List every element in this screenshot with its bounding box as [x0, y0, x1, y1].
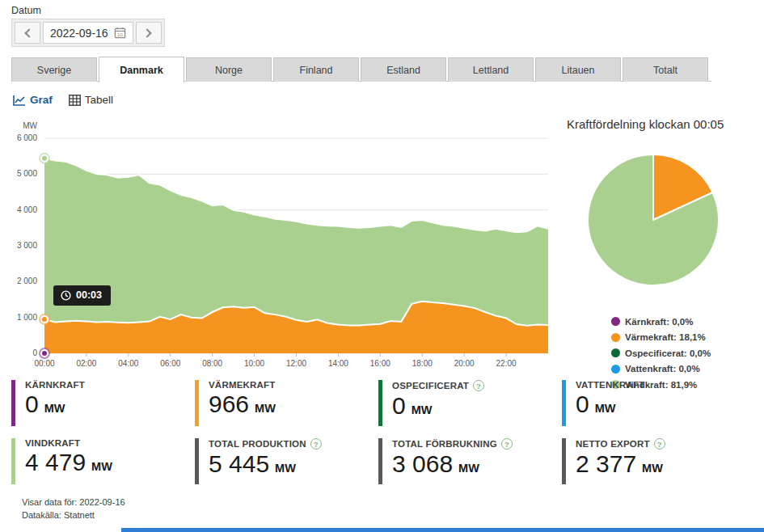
svg-text:18:00: 18:00	[412, 359, 433, 368]
line-chart-icon	[13, 95, 26, 106]
card-unit: MW	[255, 402, 276, 415]
pie-chart-block: Kraftfördelning klockan 00:05 Kärnkraft:…	[558, 117, 762, 393]
svg-text:22:00: 22:00	[496, 359, 517, 368]
date-input[interactable]: 2022-09-16 10	[43, 22, 133, 44]
card-vattenkraft: VATTENKRAFT? 0MW	[562, 378, 745, 437]
card-label: VINDKRAFT	[25, 438, 80, 448]
svg-text:00:00: 00:00	[34, 359, 54, 368]
svg-text:6 000: 6 000	[17, 133, 37, 142]
legend-item-ospecificerat: Ospecificerat: 0,0%	[611, 345, 762, 361]
legend-label: Vattenkraft: 0,0%	[625, 364, 700, 374]
svg-text:14:00: 14:00	[328, 359, 348, 368]
tab-danmark[interactable]: Danmark	[99, 57, 184, 82]
card-value: 5 445	[209, 450, 269, 477]
help-icon[interactable]: ?	[654, 438, 665, 450]
card-varmekraft: VÄRMEKRAFT? 966MW	[195, 378, 378, 437]
svg-text:02:00: 02:00	[76, 359, 96, 368]
card-unit: MW	[91, 460, 112, 473]
tab-litauen[interactable]: Litauen	[535, 57, 621, 82]
ospecificerat-dot-icon	[611, 348, 620, 357]
svg-text:06:00: 06:00	[160, 359, 180, 368]
card-label: NETTO EXPORT	[576, 439, 650, 449]
card-value: 0	[576, 391, 589, 417]
tabell-label: Tabell	[85, 94, 113, 106]
date-value: 2022-09-16	[50, 27, 108, 40]
svg-text:5 000: 5 000	[17, 169, 37, 178]
help-icon[interactable]: ?	[501, 438, 513, 450]
card-unit: MW	[44, 402, 65, 415]
legend-label: Ospecificerat: 0,0%	[625, 348, 711, 358]
view-toggle: Graf Tabell	[13, 94, 113, 106]
next-day-button[interactable]	[136, 22, 162, 44]
svg-text:1 000: 1 000	[17, 313, 37, 322]
view-graf-button[interactable]: Graf	[13, 94, 53, 106]
card-total-forbrukning: TOTAL FÖRBRUKNING? 3 068MW	[378, 437, 562, 495]
footer: Visar data för: 2022-09-16 Datakälla: St…	[22, 496, 125, 521]
svg-text:20:00: 20:00	[454, 359, 475, 368]
svg-text:10: 10	[117, 32, 123, 37]
area-chart-svg[interactable]: 01 0002 0003 0004 0005 0006 000MW00:0002…	[0, 118, 566, 370]
date-picker: 2022-09-16 10	[11, 19, 165, 47]
tab-estland[interactable]: Estland	[361, 57, 446, 82]
card-unit: MW	[275, 462, 296, 475]
card-value: 2 377	[576, 450, 636, 477]
card-label: TOTAL FÖRBRUKNING	[392, 439, 497, 449]
legend-item-vattenkraft: Vattenkraft: 0,0%	[611, 361, 762, 378]
calendar-icon[interactable]: 10	[114, 27, 126, 39]
power-dashboard: Datum 2022-09-16 10 Sverige Danmark Norg…	[0, 0, 764, 532]
svg-text:10:00: 10:00	[244, 359, 264, 368]
card-label: KÄRNKRAFT	[25, 380, 85, 390]
svg-text:0: 0	[32, 348, 37, 357]
footer-date-line: Visar data för: 2022-09-16	[22, 496, 125, 509]
help-icon[interactable]: ?	[473, 380, 484, 391]
country-tabs: Sverige Danmark Norge Finland Estland Le…	[11, 57, 711, 82]
card-unit: MW	[412, 403, 433, 416]
card-netto-export: NETTO EXPORT? 2 377MW	[562, 437, 745, 495]
tab-totalt[interactable]: Totalt	[623, 57, 708, 82]
pie-chart-svg[interactable]	[558, 136, 752, 304]
card-unit: MW	[458, 462, 479, 475]
card-total-produktion: TOTAL PRODUKTION? 5 445MW	[195, 437, 378, 495]
card-label: OSPECIFICERAT	[392, 381, 469, 391]
svg-text:04:00: 04:00	[118, 359, 138, 368]
card-vindkraft: VINDKRAFT? 4 479MW	[11, 437, 195, 495]
card-unit: MW	[642, 462, 663, 475]
varmekraft-dot-icon	[611, 333, 620, 342]
production-area-chart[interactable]: 01 0002 0003 0004 0005 0006 000MW00:0002…	[0, 118, 566, 370]
help-icon[interactable]: ?	[310, 438, 322, 450]
svg-text:16:00: 16:00	[370, 359, 390, 368]
svg-text:12:00: 12:00	[286, 359, 306, 368]
tooltip-time: 00:03	[76, 289, 102, 301]
clock-icon	[61, 290, 71, 301]
card-label: VÄRMEKRAFT	[209, 380, 276, 390]
svg-text:3 000: 3 000	[17, 241, 37, 250]
svg-text:2 000: 2 000	[17, 277, 37, 285]
legend-item-karnkraft: Kärnkraft: 0,0%	[611, 314, 762, 330]
tab-norge[interactable]: Norge	[186, 57, 272, 82]
graf-label: Graf	[30, 94, 53, 106]
card-ospecificerat: OSPECIFICERAT? 0MW	[378, 378, 562, 437]
table-icon	[69, 95, 81, 106]
card-value: 966	[209, 391, 249, 417]
card-label: VATTENKRAFT	[576, 380, 644, 390]
previous-day-button[interactable]	[15, 22, 40, 44]
footer-source-line: Datakälla: Statnett	[22, 509, 125, 521]
card-value: 4 479	[25, 449, 86, 475]
card-unit: MW	[595, 402, 616, 415]
card-value: 0	[25, 391, 39, 417]
legend-item-varmekraft: Värmekraft: 18,1%	[611, 330, 762, 346]
tab-sverige[interactable]: Sverige	[11, 57, 97, 82]
svg-text:08:00: 08:00	[202, 359, 222, 368]
chart-tooltip: 00:03	[53, 285, 111, 306]
date-section-label: Datum	[11, 5, 41, 16]
card-label: TOTAL PRODUKTION	[209, 439, 306, 449]
tab-lettland[interactable]: Lettland	[448, 57, 534, 82]
card-value: 3 068	[392, 450, 453, 477]
pie-chart-title: Kraftfördelning klockan 00:05	[558, 117, 762, 131]
tab-finland[interactable]: Finland	[273, 57, 359, 82]
stat-cards: KÄRNKRAFT? 0MW VÄRMEKRAFT? 966MW OSPECIF…	[11, 378, 755, 495]
bottom-blue-bar	[121, 528, 764, 532]
legend-label: Värmekraft: 18,1%	[625, 332, 706, 342]
card-value: 0	[392, 392, 406, 419]
view-tabell-button[interactable]: Tabell	[69, 94, 113, 106]
